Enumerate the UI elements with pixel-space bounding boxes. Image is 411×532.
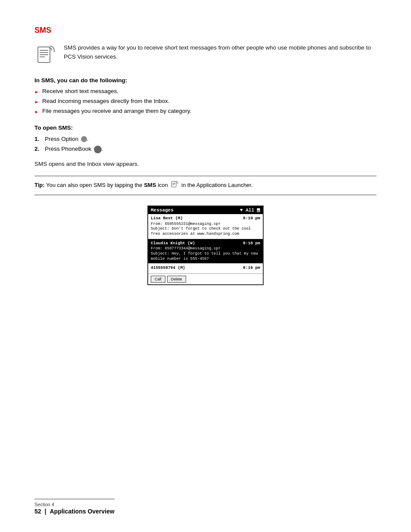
- phone-screen: Messages ▼ All Lisa Best (M) 8:19 pm: [147, 205, 264, 285]
- phone-footer: Call Delete: [148, 274, 263, 284]
- bullet-list: ► Receive short text messages. ► Read in…: [34, 87, 377, 116]
- list-item: ► Read incoming messages directly from t…: [34, 97, 377, 106]
- msg-from: From: 6507773344@messaging.spr: [151, 246, 260, 252]
- delete-button[interactable]: Delete: [167, 276, 186, 283]
- filter-label[interactable]: ▼ All: [240, 208, 254, 213]
- bullet-text: Receive short text messages.: [42, 87, 118, 96]
- message-item-3[interactable]: 4155558794 (M) 8:16 pm: [148, 264, 263, 273]
- page-footer: Section 4 52 | Applications Overview: [34, 499, 115, 515]
- scroll-icon: [257, 208, 260, 212]
- steps-list: 1. Press Option . 2. Press PhoneBook .: [34, 134, 377, 154]
- intro-block: SMS provides a way for you to receive sh…: [34, 44, 377, 67]
- svg-rect-10: [257, 208, 260, 210]
- bullet-arrow-icon: ►: [34, 89, 39, 96]
- page-number: 52: [34, 508, 41, 515]
- page: SMS SMS provides a way for you to receiv…: [0, 0, 411, 532]
- phone-screen-header: Messages ▼ All: [148, 206, 263, 214]
- msg-from: From: 6505555231@messaging.spr: [151, 222, 260, 227]
- msg-time: 8:18 pm: [243, 241, 260, 246]
- opens-text: SMS opens and the Inbox view appears.: [34, 161, 377, 167]
- footer-title: Applications Overview: [50, 508, 115, 515]
- msg-header: Lisa Best (M) 8:19 pm: [151, 216, 260, 221]
- tip-text: You can also open SMS by tapping the: [46, 182, 144, 188]
- can-do-heading: In SMS, you can do the following:: [34, 77, 377, 84]
- sender-name: Claudia Knight (W): [151, 241, 195, 246]
- sms-icon: [34, 44, 57, 67]
- list-item: ► File messages you receive and arrange …: [34, 107, 377, 116]
- svg-rect-5: [171, 181, 176, 187]
- footer-page: 52 | Applications Overview: [34, 508, 115, 515]
- step-text: Press Option .: [45, 134, 89, 144]
- messages-list: Lisa Best (M) 8:19 pm From: 6505555231@m…: [148, 214, 263, 273]
- footer-divider: |: [45, 508, 47, 515]
- bullet-text: Read incoming messages directly from the…: [42, 97, 170, 106]
- screenshot-wrapper: Messages ▼ All Lisa Best (M) 8:19 pm: [34, 205, 377, 285]
- step-text: Press PhoneBook .: [45, 144, 103, 154]
- sender-name: Lisa Best (M): [151, 216, 183, 221]
- tip-box: Tip: You can also open SMS by tapping th…: [34, 176, 377, 196]
- step-1: 1. Press Option .: [34, 134, 377, 144]
- list-item: ► Receive short text messages.: [34, 87, 377, 96]
- phonebook-btn-icon: [94, 146, 102, 153]
- step-number: 2.: [34, 144, 41, 154]
- sender-name: 4155558794 (M): [151, 265, 185, 271]
- msg-time: 8:16 pm: [243, 265, 260, 271]
- sms-bold-text: SMS: [144, 182, 156, 188]
- option-circle-icon: [81, 136, 87, 142]
- to-open-heading: To open SMS:: [34, 124, 377, 131]
- message-item-1[interactable]: Lisa Best (M) 8:19 pm From: 6505555231@m…: [148, 214, 263, 239]
- tip-text2: icon: [158, 182, 169, 188]
- step-number: 1.: [34, 134, 41, 144]
- msg-time: 8:19 pm: [243, 216, 260, 221]
- bullet-arrow-icon: ►: [34, 99, 39, 106]
- msg-subject: Subject: Don't forget to check out the c…: [151, 227, 260, 236]
- tip-label: Tip:: [34, 182, 45, 188]
- sms-app-icon: [171, 180, 178, 191]
- section-title: SMS: [34, 26, 377, 35]
- intro-text: SMS provides a way for you to receive sh…: [64, 44, 377, 62]
- tip-text3: in the Applications Launcher.: [181, 182, 253, 188]
- msg-header: Claudia Knight (W) 8:18 pm: [151, 241, 260, 246]
- messages-title: Messages: [151, 208, 174, 213]
- call-button[interactable]: Call: [151, 276, 165, 283]
- bullet-text: File messages you receive and arrange th…: [42, 107, 191, 116]
- header-right: ▼ All: [240, 208, 260, 213]
- step-2: 2. Press PhoneBook .: [34, 144, 377, 154]
- msg-subject: Subject: Hey, I forgot to tell you that …: [151, 252, 260, 261]
- bullet-arrow-icon: ►: [34, 109, 39, 115]
- footer-section: Section 4: [34, 502, 115, 507]
- msg-header: 4155558794 (M) 8:16 pm: [151, 265, 260, 271]
- message-item-2[interactable]: Claudia Knight (W) 8:18 pm From: 6507773…: [148, 239, 263, 264]
